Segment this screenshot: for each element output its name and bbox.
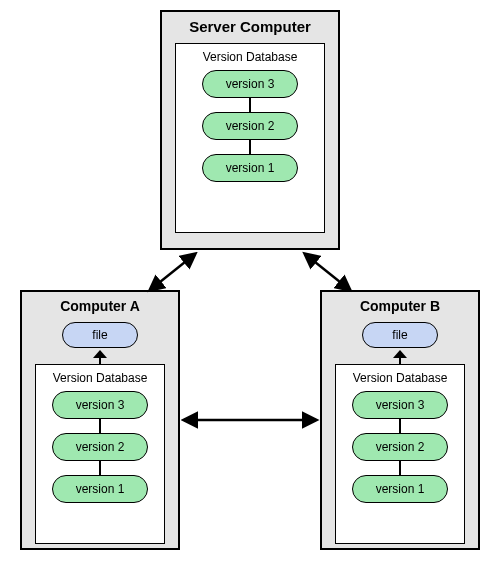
computer-b-title: Computer B (322, 298, 478, 314)
computer-b-box: Computer B file Version Database version… (320, 290, 480, 550)
server-version-2-node: version 2 (202, 112, 298, 140)
computer-a-version-1-node: version 1 (52, 475, 148, 503)
connector-line (249, 98, 251, 112)
computer-b-db-title: Version Database (342, 371, 458, 385)
computer-a-version-3-node: version 3 (52, 391, 148, 419)
computer-a-version-database: Version Database version 3 version 2 ver… (35, 364, 165, 544)
computer-a-title: Computer A (22, 298, 178, 314)
server-version-3-node: version 3 (202, 70, 298, 98)
server-version-1-node: version 1 (202, 154, 298, 182)
server-computer-box: Server Computer Version Database version… (160, 10, 340, 250)
computer-a-file-node: file (62, 322, 138, 348)
computer-b-version-3-node: version 3 (352, 391, 448, 419)
computer-a-box: Computer A file Version Database version… (20, 290, 180, 550)
computer-b-version-1-node: version 1 (352, 475, 448, 503)
computer-b-version-2-node: version 2 (352, 433, 448, 461)
connector-line (399, 461, 401, 475)
server-db-title: Version Database (182, 50, 318, 64)
connector-line (249, 140, 251, 154)
connector-line (399, 419, 401, 433)
connector-line (99, 461, 101, 475)
computer-a-db-title: Version Database (42, 371, 158, 385)
arrow-up-icon (393, 350, 407, 364)
arrow-server-to-a (150, 254, 195, 290)
computer-a-version-2-node: version 2 (52, 433, 148, 461)
connector-line (99, 419, 101, 433)
arrow-server-to-b (305, 254, 350, 290)
server-version-database: Version Database version 3 version 2 ver… (175, 43, 325, 233)
arrow-up-icon (93, 350, 107, 364)
computer-b-file-node: file (362, 322, 438, 348)
server-title: Server Computer (162, 18, 338, 35)
computer-b-version-database: Version Database version 3 version 2 ver… (335, 364, 465, 544)
